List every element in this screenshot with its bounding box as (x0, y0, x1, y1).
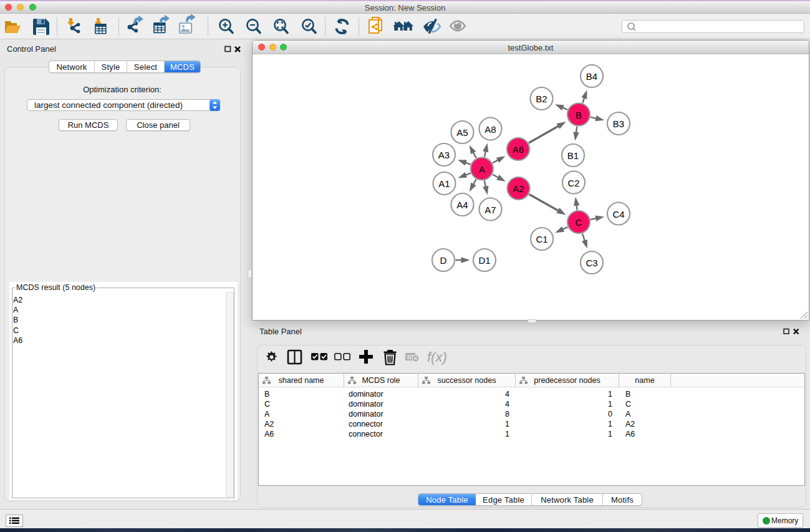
svg-text:B2: B2 (536, 94, 547, 104)
svg-text:A2: A2 (513, 183, 524, 194)
svg-text:C3: C3 (586, 258, 597, 268)
svg-text:A6: A6 (513, 144, 524, 155)
svg-text:A1: A1 (438, 178, 450, 189)
svg-text:C: C (576, 217, 582, 228)
svg-text:B3: B3 (613, 118, 624, 129)
svg-text:C1: C1 (536, 234, 547, 244)
svg-text:B: B (576, 110, 582, 120)
svg-text:A8: A8 (485, 124, 496, 135)
svg-text:A4: A4 (456, 200, 468, 210)
svg-text:D: D (440, 255, 447, 266)
svg-text:B1: B1 (567, 150, 579, 161)
svg-text:A: A (479, 164, 485, 175)
svg-text:D1: D1 (478, 255, 490, 266)
svg-text:C4: C4 (612, 209, 624, 220)
svg-text:A3: A3 (438, 150, 450, 160)
svg-text:A7: A7 (485, 205, 496, 215)
svg-text:B4: B4 (586, 71, 597, 82)
svg-text:A5: A5 (456, 127, 468, 138)
svg-text:f(x): f(x) (427, 349, 447, 365)
svg-text:C2: C2 (567, 178, 579, 188)
